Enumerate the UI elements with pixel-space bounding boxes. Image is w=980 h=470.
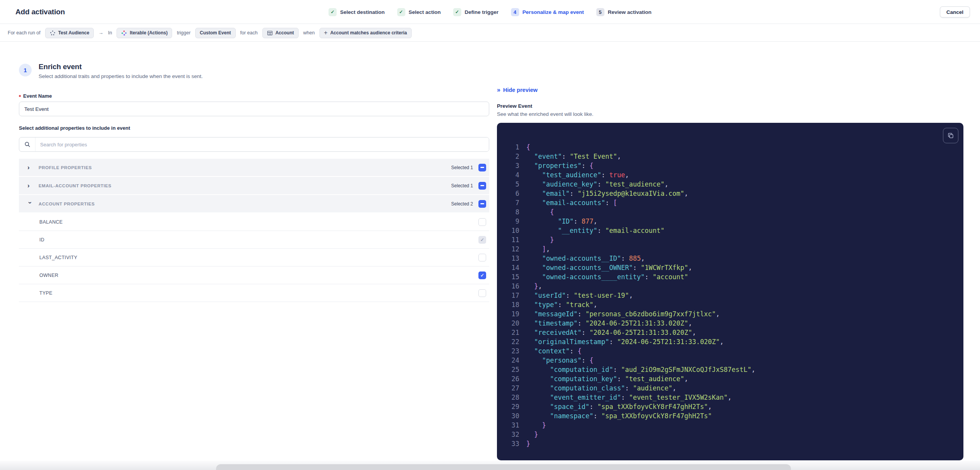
property-checkbox[interactable] bbox=[478, 289, 486, 297]
cancel-button[interactable]: Cancel bbox=[940, 6, 970, 17]
check-icon: ✓ bbox=[453, 8, 461, 16]
line-number: 20 bbox=[506, 319, 519, 328]
property-row-id[interactable]: ID✓ bbox=[19, 231, 489, 249]
code-line: 13 "owned-accounts__ID": 885, bbox=[506, 254, 963, 263]
line-number: 25 bbox=[506, 365, 519, 374]
code-line: 7 "email-accounts": [ bbox=[506, 198, 963, 207]
property-checkbox[interactable]: ✓ bbox=[478, 236, 486, 244]
step-label: Personalize & map event bbox=[522, 9, 584, 15]
line-number: 1 bbox=[506, 143, 519, 152]
context-text: In bbox=[108, 30, 112, 36]
check-icon: ✓ bbox=[329, 8, 337, 16]
property-checkbox[interactable] bbox=[478, 254, 486, 261]
property-group-section: ›PROFILE PROPERTIESSelected 1 bbox=[19, 159, 489, 176]
line-number: 17 bbox=[506, 291, 519, 300]
selected-count: Selected 1 bbox=[451, 183, 473, 188]
line-number: 5 bbox=[506, 180, 519, 189]
section-title: Enrich event bbox=[39, 63, 203, 71]
step-label: Select destination bbox=[340, 9, 385, 15]
context-chip-test-audience[interactable]: Test Audience bbox=[45, 28, 94, 38]
property-group-account-properties[interactable]: ›ACCOUNT PROPERTIESSelected 2 bbox=[19, 195, 489, 212]
chip-label: Account matches audience criteria bbox=[330, 30, 407, 36]
step-select-destination[interactable]: ✓Select destination bbox=[329, 8, 385, 16]
context-bar: For each run ofTest Audience→InIterable … bbox=[0, 24, 980, 42]
code-line: 19 "messageId": "personas_cb6zdbo6im9g7x… bbox=[506, 309, 963, 319]
chip-label: Test Audience bbox=[58, 30, 90, 36]
required-marker bbox=[19, 95, 21, 97]
chip-label: Account bbox=[275, 30, 294, 36]
topbar: Add activation ✓Select destination✓Selec… bbox=[0, 0, 980, 24]
group-label: ACCOUNT PROPERTIES bbox=[39, 202, 95, 206]
check-icon: ✓ bbox=[397, 8, 405, 16]
line-number: 13 bbox=[506, 254, 519, 263]
selected-count: Selected 2 bbox=[451, 201, 473, 207]
code-line: 25 "computation_id": "aud_2iO9m2gSFmJNXC… bbox=[506, 365, 963, 374]
chip-label: Custom Event bbox=[200, 30, 231, 36]
line-number: 16 bbox=[506, 282, 519, 291]
code-line: 29 "space_id": "spa_tXXbfoyvCkY8rF47ghH2… bbox=[506, 402, 963, 411]
code-line: 28 "event_emitter_id": "event_tester_IVX… bbox=[506, 393, 963, 402]
step-select-action[interactable]: ✓Select action bbox=[397, 8, 441, 16]
line-number: 24 bbox=[506, 356, 519, 365]
code-line: 11 } bbox=[506, 235, 963, 244]
plus-icon: + bbox=[324, 30, 328, 36]
line-number: 21 bbox=[506, 328, 519, 337]
step-review-activation[interactable]: 5Review activation bbox=[596, 8, 651, 16]
property-row-balance[interactable]: BALANCE bbox=[19, 213, 489, 231]
group-label: PROFILE PROPERTIES bbox=[39, 165, 92, 170]
preview-column: » Hide preview Preview Event See what th… bbox=[497, 87, 963, 460]
iterable-icon bbox=[121, 30, 127, 36]
property-search-input[interactable] bbox=[35, 137, 489, 151]
copy-button[interactable] bbox=[943, 128, 958, 143]
code-line: 10 "__entity": "email-account" bbox=[506, 226, 963, 235]
event-name-input[interactable] bbox=[19, 102, 489, 116]
code-line: 24 "personas": { bbox=[506, 356, 963, 365]
double-chevron-right-icon: » bbox=[497, 87, 500, 93]
property-group-profile-properties[interactable]: ›PROFILE PROPERTIESSelected 1 bbox=[19, 159, 489, 176]
property-row-type[interactable]: TYPE bbox=[19, 284, 489, 302]
line-number: 19 bbox=[506, 309, 519, 319]
line-number: 18 bbox=[506, 300, 519, 309]
step-label: Select action bbox=[409, 9, 441, 15]
line-number: 11 bbox=[506, 235, 519, 244]
indeterminate-minus-icon bbox=[480, 185, 484, 186]
property-row-last-activity[interactable]: LAST_ACTIVITY bbox=[19, 249, 489, 266]
code-line: 23 "context": { bbox=[506, 346, 963, 356]
line-number: 14 bbox=[506, 263, 519, 272]
context-chip-account-matches-audience-criteria[interactable]: +Account matches audience criteria bbox=[319, 28, 412, 38]
section-subtitle: Select additional traits and properties … bbox=[39, 73, 203, 79]
property-search-box[interactable] bbox=[19, 137, 489, 152]
context-chip-account[interactable]: Account bbox=[262, 28, 299, 38]
context-chip-custom-event[interactable]: Custom Event bbox=[195, 28, 236, 38]
step-personalize-map-event[interactable]: 4Personalize & map event bbox=[511, 8, 584, 16]
step-number-badge: 5 bbox=[596, 8, 604, 16]
code-line: 17 "userId": "test-user-19", bbox=[506, 291, 963, 300]
line-number: 2 bbox=[506, 152, 519, 161]
code-line: 27 "computation_class": "audience", bbox=[506, 383, 963, 393]
line-number: 22 bbox=[506, 337, 519, 346]
property-checkbox[interactable] bbox=[478, 218, 486, 226]
copy-icon bbox=[947, 132, 954, 139]
section-header: 1 Enrich event Select additional traits … bbox=[19, 63, 489, 79]
property-checkbox[interactable]: ✓ bbox=[478, 271, 486, 279]
line-number: 7 bbox=[506, 198, 519, 207]
step-define-trigger[interactable]: ✓Define trigger bbox=[453, 8, 498, 16]
line-number: 23 bbox=[506, 346, 519, 356]
check-icon: ✓ bbox=[480, 238, 484, 242]
property-row-owner[interactable]: OWNER✓ bbox=[19, 266, 489, 284]
line-number: 33 bbox=[506, 439, 519, 448]
property-group-email-account-properties[interactable]: ›EMAIL-ACCOUNT PROPERTIESSelected 1 bbox=[19, 177, 489, 194]
hide-preview-button[interactable]: » Hide preview bbox=[497, 87, 537, 93]
code-line: 30 "namespace": "spa_tXXbfoyvCkY8rF47ghH… bbox=[506, 411, 963, 421]
step-number-badge: 4 bbox=[511, 8, 519, 16]
line-number: 29 bbox=[506, 402, 519, 411]
line-number: 26 bbox=[506, 374, 519, 383]
group-select-checkbox[interactable] bbox=[478, 200, 486, 208]
chevron-right-icon: › bbox=[27, 182, 33, 189]
context-text: trigger bbox=[177, 30, 190, 36]
code-line: 26 "computation_key": "test_audience", bbox=[506, 374, 963, 383]
group-select-checkbox[interactable] bbox=[478, 164, 486, 171]
context-chip-iterable-actions[interactable]: Iterable (Actions) bbox=[117, 28, 172, 38]
event-name-label: Event Name bbox=[23, 93, 52, 99]
group-select-checkbox[interactable] bbox=[478, 182, 486, 190]
